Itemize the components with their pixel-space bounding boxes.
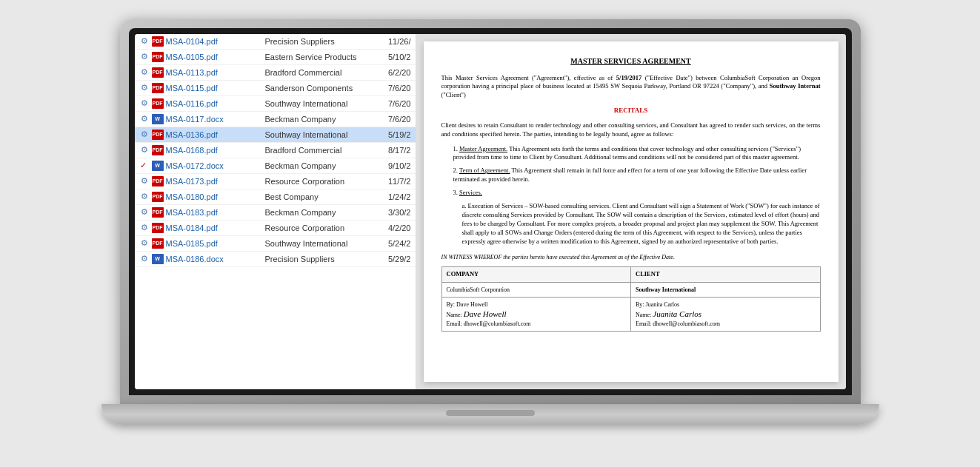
file-name: MSA-0185.pdf [166, 239, 262, 248]
file-row[interactable]: ⚙PDFMSA-0136.pdfSouthway International5/… [135, 127, 416, 143]
company-header: COMPANY [441, 266, 631, 282]
file-date: 9/10/2 [385, 161, 411, 170]
file-date: 5/10/2 [385, 53, 411, 61]
email-label-company: Email: [447, 320, 462, 327]
file-row[interactable]: ⚙PDFMSA-0115.pdfSanderson Components7/6/… [135, 81, 416, 96]
section-3a-letter: a. [462, 202, 468, 209]
file-date: 3/30/2 [385, 208, 411, 217]
file-row[interactable]: ⚙PDFMSA-0173.pdfResource Corporation11/7… [135, 174, 416, 189]
file-company: Beckman Company [262, 161, 385, 170]
client-email: dhowell@columbiasoft.com [653, 320, 720, 327]
section-2-num: 2. [453, 167, 459, 174]
pdf-icon: PDF [152, 207, 164, 218]
file-row[interactable]: ⚙PDFMSA-0185.pdfSouthway International5/… [135, 236, 416, 252]
pdf-icon: PDF [152, 52, 164, 62]
pdf-icon: PDF [152, 67, 164, 78]
file-status-icon: ✓ [139, 161, 150, 171]
file-row[interactable]: ⚙PDFMSA-0183.pdfBeckman Company3/30/2 [135, 205, 416, 221]
file-date: 4/2/20 [385, 224, 411, 232]
file-status-icon: ⚙ [139, 145, 150, 155]
file-row[interactable]: ⚙WMSA-0186.docxPrecision Suppliers5/29/2 [135, 252, 416, 267]
file-company: Beckman Company [262, 208, 385, 217]
file-name: MSA-0113.pdf [166, 68, 262, 77]
file-date: 7/6/20 [385, 84, 411, 93]
file-row[interactable]: ⚙PDFMSA-0180.pdfBest Company1/24/2 [135, 189, 416, 205]
doc-page: MASTER SERVICES AGREEMENT This Master Se… [424, 41, 839, 382]
file-company: Eastern Service Products [262, 53, 385, 61]
file-row[interactable]: ⚙PDFMSA-0113.pdfBradford Commercial6/2/2… [135, 65, 416, 81]
company-sig-cell: By: Dave Howell Name: Dave Howell Email:… [441, 297, 631, 332]
gear-icon: ⚙ [141, 114, 148, 124]
file-row[interactable]: ⚙WMSA-0117.docxBeckman Company7/6/20 [135, 112, 416, 127]
file-status-icon: ⚙ [139, 238, 150, 249]
file-row[interactable]: ✓WMSA-0172.docxBeckman Company9/10/2 [135, 158, 416, 174]
by-company-label: By: Dave Howell [447, 301, 488, 308]
pdf-icon: PDF [152, 130, 164, 140]
file-company: Resource Corporation [262, 177, 385, 186]
file-status-icon: ⚙ [139, 223, 150, 233]
file-company: Bradford Commercial [262, 146, 385, 155]
client-sig-cell: By: Juanita Carlos Name: Juanita Carlos … [631, 297, 821, 332]
gear-icon: ⚙ [141, 83, 148, 93]
doc-title: MASTER SERVICES AGREEMENT [441, 56, 821, 67]
file-row[interactable]: ⚙PDFMSA-0104.pdfPrecision Suppliers11/26… [135, 34, 416, 50]
file-date: 1/24/2 [385, 192, 411, 201]
company-sig-cursive: Dave Howell [464, 309, 507, 318]
file-status-icon: ⚙ [139, 83, 150, 93]
gear-icon: ⚙ [141, 52, 148, 61]
file-panel: ⚙PDFMSA-0104.pdfPrecision Suppliers11/26… [135, 34, 416, 389]
docx-icon: W [152, 114, 164, 124]
file-date: 5/19/2 [385, 130, 411, 139]
laptop-wrapper: ⚙PDFMSA-0104.pdfPrecision Suppliers11/26… [83, 19, 898, 448]
pdf-icon: PDF [152, 238, 164, 249]
file-name: MSA-0172.docx [166, 161, 262, 170]
doc-section-3a: a. Execution of Services – SOW-based con… [462, 202, 821, 246]
file-company: Southway International [262, 239, 385, 248]
file-date: 5/24/2 [385, 239, 411, 248]
section-2-title: Term of Agreement. [459, 167, 510, 174]
file-status-icon: ⚙ [139, 207, 150, 218]
client-header: CLIENT [631, 266, 821, 282]
file-row[interactable]: ⚙PDFMSA-0116.pdfSouthway International7/… [135, 96, 416, 112]
section-3-title: Services. [459, 189, 482, 196]
file-name: MSA-0116.pdf [166, 99, 262, 108]
pdf-icon: PDF [152, 176, 164, 187]
gear-icon: ⚙ [141, 254, 148, 263]
file-company: Bradford Commercial [262, 68, 385, 77]
file-name: MSA-0104.pdf [166, 37, 262, 46]
file-status-icon: ⚙ [139, 98, 150, 109]
doc-panel: MASTER SERVICES AGREEMENT This Master Se… [416, 34, 846, 389]
company-email: dhowell@columbiasoft.com [464, 320, 531, 327]
file-row[interactable]: ⚙PDFMSA-0184.pdfResource Corporation4/2/… [135, 221, 416, 236]
gear-icon: ⚙ [141, 192, 148, 201]
file-date: 8/17/2 [385, 146, 411, 155]
file-date: 11/7/2 [385, 177, 411, 186]
gear-icon: ⚙ [141, 98, 148, 108]
doc-client-name-intro: Southway Internat [770, 82, 821, 90]
file-name: MSA-0117.docx [166, 115, 262, 124]
file-date: 11/26/ [385, 37, 411, 46]
file-row[interactable]: ⚙PDFMSA-0168.pdfBradford Commercial8/17/… [135, 143, 416, 158]
file-name: MSA-0183.pdf [166, 208, 262, 217]
name-label-client: Name: [636, 312, 651, 318]
laptop-base [101, 404, 879, 425]
file-status-icon: ⚙ [139, 52, 150, 62]
file-status-icon: ⚙ [139, 67, 150, 78]
doc-section-1: 1. Master Agreement. This Agreement sets… [453, 145, 821, 163]
doc-effective-date: 5/19/2017 [616, 74, 641, 81]
by-client-label: By: Juanita Carlos [636, 301, 679, 308]
section-3-num: 3. [453, 189, 460, 196]
file-row[interactable]: ⚙PDFMSA-0105.pdfEastern Service Products… [135, 50, 416, 65]
file-date: 6/2/20 [385, 68, 411, 77]
file-date: 7/6/20 [385, 115, 411, 124]
doc-section-3: 3. Services. [453, 189, 821, 198]
file-name: MSA-0184.pdf [166, 224, 262, 232]
doc-witness: IN WITNESS WHEREOF the parties hereto ha… [441, 253, 821, 261]
gear-icon: ⚙ [141, 67, 148, 77]
file-company: Sanderson Components [262, 84, 385, 93]
pdf-icon: PDF [152, 83, 164, 93]
file-status-icon: ⚙ [139, 114, 150, 124]
laptop-screen: ⚙PDFMSA-0104.pdfPrecision Suppliers11/26… [120, 19, 861, 404]
doc-section-2: 2. Term of Agreement. This Agreement sha… [453, 167, 821, 184]
company-name-cell: ColumbiaSoft Corporation [441, 282, 631, 297]
